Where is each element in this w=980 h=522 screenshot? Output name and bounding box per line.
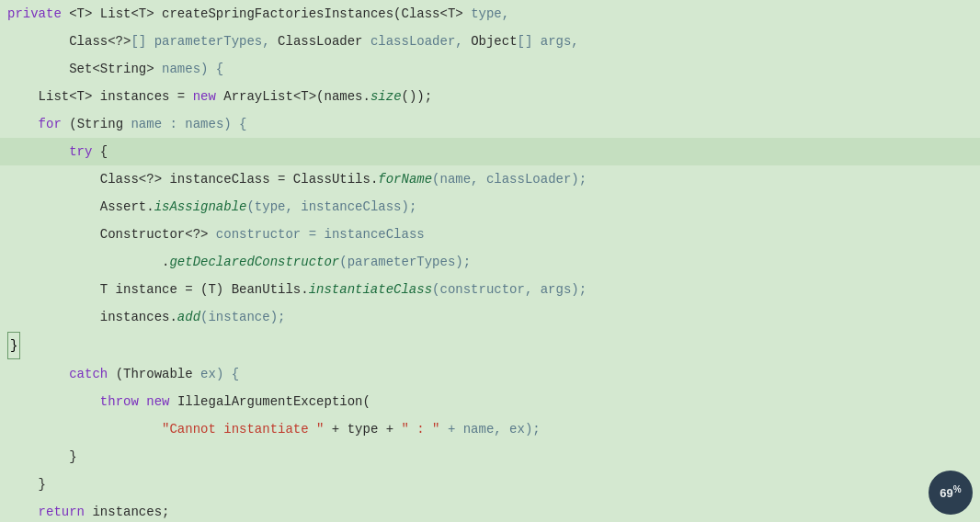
code-line-11: T instance = (T) BeanUtils.instantiateCl…: [0, 276, 980, 303]
code-line-8: Assert.isAssignable(type, instanceClass)…: [0, 193, 980, 221]
code-line-10: .getDeclaredConstructor(parameterTypes);: [0, 248, 980, 276]
code-line-2: Class<?>[] parameterTypes, ClassLoader c…: [0, 28, 980, 55]
code-line-13: }: [0, 331, 980, 360]
code-line-18: }: [0, 471, 980, 498]
code-line-7: Class<?> instanceClass = ClassUtils.forN…: [0, 165, 980, 193]
code-editor: private <T> List<T> createSpringFactorie…: [0, 0, 980, 522]
code-line-12: instances.add(instance);: [0, 303, 980, 331]
code-line-15: throw new IllegalArgumentException(: [0, 388, 980, 415]
code-line-16: "Cannot instantiate " + type + " : " + n…: [0, 415, 980, 443]
code-block: private <T> List<T> createSpringFactorie…: [0, 0, 980, 522]
code-line-9: Constructor<?> constructor = instanceCla…: [0, 221, 980, 248]
code-line-3: Set<String> names) {: [0, 55, 980, 83]
code-line-17: }: [0, 443, 980, 471]
code-line-5: for (String name : names) {: [0, 110, 980, 138]
coverage-badge: 69%: [929, 471, 973, 515]
code-line-6: try {: [0, 138, 980, 165]
code-line-14: catch (Throwable ex) {: [0, 360, 980, 388]
code-line-1: private <T> List<T> createSpringFactorie…: [0, 0, 980, 28]
code-line-4: List<T> instances = new ArrayList<T>(nam…: [0, 83, 980, 110]
coverage-value: 69%: [940, 484, 961, 500]
code-line-19: return instances;: [0, 498, 980, 522]
